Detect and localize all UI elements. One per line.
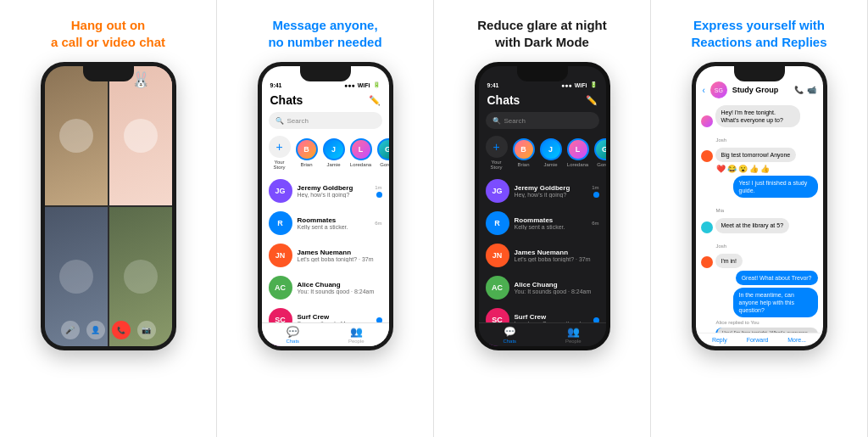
- phone-message: 9:41 ●●● WiFi 🔋 Chats ✏️ 🔍 Search + Your…: [258, 62, 393, 350]
- messages-area: Hey! I'm free tonight. What's everyone u…: [696, 102, 823, 333]
- story-your[interactable]: + Your Story: [269, 136, 291, 170]
- story-plus-icon: +: [269, 136, 291, 158]
- message-bubble-trevor[interactable]: Great! What about Trevor?: [736, 271, 818, 285]
- avatar-jeremy: JG: [269, 179, 292, 203]
- dark-story-brian[interactable]: B Brian: [513, 138, 535, 167]
- message-bubble-im-in[interactable]: I'm in!: [715, 254, 743, 268]
- search-bar[interactable]: 🔍 Search: [269, 112, 382, 129]
- dark-time: 9:41: [487, 82, 499, 88]
- camera-button[interactable]: 📷: [137, 321, 156, 339]
- dark-chat-screen: 9:41 ●●● WiFi 🔋 Chats ✏️ 🔍 Search + Your…: [479, 66, 606, 346]
- chat-item-jeremy[interactable]: JG Jeremy Goldberg Hey, how's it going? …: [262, 175, 389, 207]
- call-controls: 🎤 👤 📞 📷: [45, 321, 172, 339]
- video-icon[interactable]: 📹: [807, 86, 816, 94]
- panel-3-title: Reduce glare at night with Dark Mode: [477, 17, 607, 50]
- phone-dark: 9:41 ●●● WiFi 🔋 Chats ✏️ 🔍 Search + Your…: [475, 62, 610, 350]
- chat-info-jeremy: Jeremy Goldberg Hey, how's it going?: [298, 184, 370, 198]
- video-tile-1: [45, 66, 108, 205]
- dark-story-loredana[interactable]: L Loredana: [567, 138, 589, 167]
- compose-icon[interactable]: ✏️: [369, 95, 381, 106]
- avatar-alice: AC: [269, 276, 292, 300]
- message-bubble-mine[interactable]: Yes! I just finished a study guide.: [733, 176, 818, 198]
- more-button[interactable]: More...: [787, 337, 806, 343]
- end-call-button[interactable]: 📞: [112, 321, 131, 339]
- phone-reactions: ‹ SG Study Group 📞 📹 Hey! I'm free tonig…: [692, 62, 827, 350]
- story-jamie[interactable]: J Jamie: [323, 138, 345, 167]
- dark-chat-roommates[interactable]: R Roommates Kelly sent a sticker. 6m: [479, 207, 606, 239]
- bunny-filter-icon: 🐰: [131, 70, 150, 89]
- message-row: Hey! I'm free tonight. What's everyone u…: [701, 105, 818, 127]
- message-bubble-meantime[interactable]: In the meantime, can anyone help with th…: [733, 288, 818, 317]
- chat-item-alice[interactable]: AC Alice Chuang You: It sounds good · 8:…: [262, 272, 389, 304]
- avatar-roommates: R: [269, 211, 292, 235]
- sender-label: Josh: [701, 130, 818, 145]
- message-bubble-josh[interactable]: Big test tomorrow! Anyone: [715, 148, 797, 162]
- story-loredana[interactable]: L Loredana: [350, 138, 372, 167]
- messenger-screen: ‹ SG Study Group 📞 📹 Hey! I'm free tonig…: [696, 66, 823, 346]
- search-placeholder: Search: [287, 117, 309, 125]
- dark-search-bar[interactable]: 🔍 Search: [486, 112, 599, 129]
- message-footer: Reply Forward More...: [696, 333, 823, 346]
- chats-title: Chats: [270, 93, 303, 107]
- story-avatar-jamie: J: [323, 138, 345, 160]
- dark-compose-icon[interactable]: ✏️: [586, 95, 598, 106]
- reply-button[interactable]: Reply: [712, 337, 727, 343]
- phone-notch-3: [517, 66, 568, 81]
- status-icons: ●●● WiFi 🔋: [344, 81, 380, 88]
- video-tile-2: 🐰: [109, 66, 172, 205]
- dark-story-gord[interactable]: G Gord...: [594, 138, 606, 167]
- video-screen: 🐰 🎤 👤 📞 📷: [45, 66, 172, 346]
- chat-header: Chats ✏️: [262, 90, 389, 110]
- phone-video: 🐰 🎤 👤 📞 📷: [41, 62, 176, 350]
- panel-2-title: Message anyone, no number needed: [268, 17, 381, 50]
- message-row-mine3: In the meantime, can anyone help with th…: [701, 288, 818, 317]
- message-bubble-mia[interactable]: Meet at the library at 5?: [715, 218, 790, 233]
- dark-chat-james[interactable]: JN James Nuemann Let's get boba tonight?…: [479, 239, 606, 272]
- back-button[interactable]: ‹: [703, 86, 705, 95]
- dark-chat-header: Chats ✏️: [479, 90, 606, 110]
- mute-button[interactable]: 🎤: [61, 321, 80, 339]
- story-brian[interactable]: B Brian: [296, 138, 318, 167]
- group-name: Study Group: [732, 86, 789, 94]
- story-avatar-gord: G: [377, 138, 389, 160]
- tab-bar: 💬 Chats 👥 People: [262, 322, 389, 346]
- forward-button[interactable]: Forward: [747, 337, 769, 343]
- story-avatar-brian: B: [296, 138, 318, 160]
- panel-message: Message anyone, no number needed 9:41 ●●…: [217, 0, 434, 437]
- dark-tab-bar: 💬 Chats 👥 People: [479, 322, 606, 346]
- stories-row: + Your Story B Brian J Jamie L Loredana …: [262, 131, 389, 175]
- tab-people[interactable]: 👥 People: [348, 326, 364, 344]
- dark-stories-row: + Your Story B Brian J Jamie L Loredana …: [479, 131, 606, 175]
- reaction-row: ❤️ 😂 😮 👍 👍: [701, 165, 818, 173]
- people-tab-icon: 👥: [350, 326, 363, 338]
- chat-item-roommates[interactable]: R Roommates Kelly sent a sticker. 6m: [262, 207, 389, 239]
- person-button[interactable]: 👤: [86, 321, 105, 339]
- sender-avatar-mia: [701, 221, 713, 233]
- tab-chats[interactable]: 💬 Chats: [286, 326, 299, 344]
- message-action-icons: 📞 📹: [794, 86, 816, 94]
- message-row-josh2: I'm in!: [701, 254, 818, 268]
- chat-item-james[interactable]: JN James Nuemann Let's get boba tonight?…: [262, 239, 389, 272]
- search-icon: 🔍: [275, 117, 284, 125]
- panel-dark-mode: Reduce glare at night with Dark Mode 9:4…: [434, 0, 651, 437]
- dark-tab-chats[interactable]: 💬 Chats: [503, 326, 516, 344]
- dark-chat-alice[interactable]: AC Alice Chuang You: It sounds good · 8:…: [479, 272, 606, 304]
- dark-chat-jeremy[interactable]: JG Jeremy Goldberg Hey, how's it going? …: [479, 175, 606, 207]
- dark-search-placeholder: Search: [504, 117, 526, 125]
- reply-label: Alice replied to You: [701, 320, 818, 325]
- message-row-mine: Yes! I just finished a study guide.: [701, 176, 818, 198]
- phone-notch-2: [300, 66, 351, 81]
- sender-avatar: [701, 115, 713, 127]
- status-time: 9:41: [270, 82, 282, 88]
- message-bubble[interactable]: Hey! I'm free tonight. What's everyone u…: [715, 105, 800, 127]
- message-row-mine2: Great! What about Trevor?: [701, 271, 818, 285]
- phone-icon[interactable]: 📞: [794, 86, 804, 94]
- dark-tab-people[interactable]: 👥 People: [565, 326, 581, 344]
- dark-story-your[interactable]: + Your Story: [486, 136, 508, 170]
- dark-story-jamie[interactable]: J Jamie: [540, 138, 562, 167]
- story-gord[interactable]: G Gord...: [377, 138, 389, 167]
- message-row-mia: Meet at the library at 5?: [701, 218, 818, 233]
- chats-tab-icon: 💬: [287, 326, 299, 338]
- sender-avatar-josh: [701, 150, 713, 162]
- group-avatar: SG: [710, 81, 727, 98]
